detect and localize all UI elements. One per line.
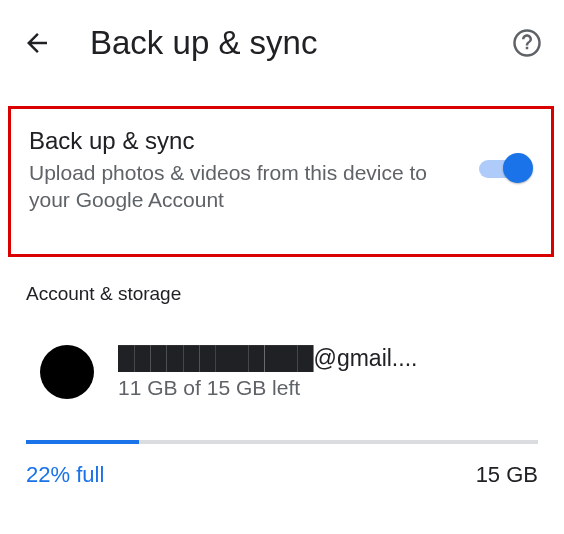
backup-sync-row[interactable]: Back up & sync Upload photos & videos fr… xyxy=(29,127,533,214)
toggle-thumb xyxy=(503,153,533,183)
highlight-box: Back up & sync Upload photos & videos fr… xyxy=(8,106,554,257)
avatar xyxy=(40,345,94,399)
page-title: Back up & sync xyxy=(52,24,512,62)
arrow-left-icon xyxy=(22,28,52,58)
account-email: ████████████@gmail.... xyxy=(118,345,538,372)
help-icon xyxy=(512,28,542,58)
backup-sync-description: Upload photos & videos from this device … xyxy=(29,159,429,214)
account-storage-line: 11 GB of 15 GB left xyxy=(118,376,538,400)
progress-percent-label: 22% full xyxy=(26,462,104,488)
backup-sync-toggle[interactable] xyxy=(479,153,533,185)
help-button[interactable] xyxy=(512,28,542,58)
progress-labels: 22% full 15 GB xyxy=(26,462,538,488)
backup-sync-text: Back up & sync Upload photos & videos fr… xyxy=(29,127,429,214)
account-row[interactable]: ████████████@gmail.... 11 GB of 15 GB le… xyxy=(0,345,564,400)
app-bar: Back up & sync xyxy=(0,0,564,86)
progress-fill xyxy=(26,440,139,444)
backup-sync-title: Back up & sync xyxy=(29,127,429,155)
back-button[interactable] xyxy=(22,28,52,58)
progress-track xyxy=(26,440,538,444)
section-header-account-storage: Account & storage xyxy=(0,279,564,305)
account-text: ████████████@gmail.... 11 GB of 15 GB le… xyxy=(118,345,538,400)
storage-progress: 22% full 15 GB xyxy=(0,440,564,488)
progress-total-label: 15 GB xyxy=(476,462,538,488)
